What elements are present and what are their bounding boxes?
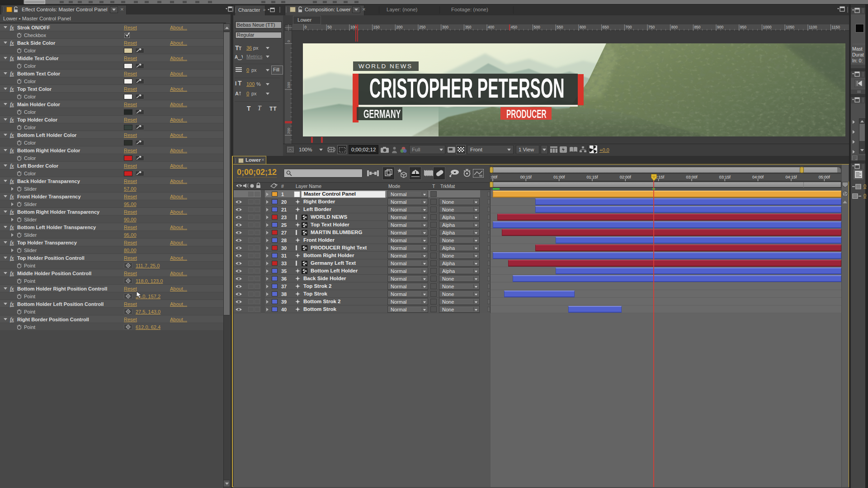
- svg-text:150: 150: [373, 25, 380, 29]
- svg-text:A‿V: A‿V: [235, 55, 243, 60]
- svg-text:1000: 1000: [763, 25, 772, 29]
- svg-text:0:00f: 0:00f: [491, 175, 498, 179]
- svg-text:500: 500: [534, 25, 540, 29]
- svg-text:350: 350: [465, 25, 471, 29]
- svg-text:0: 0: [287, 40, 291, 42]
- svg-text:100: 100: [287, 82, 291, 88]
- svg-text:1100: 1100: [809, 25, 817, 29]
- svg-text:750: 750: [648, 25, 655, 29]
- svg-text:800: 800: [671, 25, 678, 29]
- svg-text:400: 400: [488, 25, 494, 29]
- svg-text:550: 550: [557, 25, 563, 29]
- svg-text:850: 850: [694, 25, 700, 29]
- svg-text:04:15f: 04:15f: [785, 175, 797, 179]
- svg-text:1150: 1150: [832, 25, 840, 29]
- svg-text:700: 700: [625, 25, 632, 29]
- svg-text:50: 50: [327, 25, 332, 29]
- svg-text:650: 650: [603, 25, 609, 29]
- svg-text:02:00f: 02:00f: [620, 175, 632, 179]
- svg-text:05:00f: 05:00f: [819, 175, 830, 179]
- svg-text:200: 200: [287, 127, 291, 134]
- svg-text:00:15f: 00:15f: [520, 175, 532, 179]
- svg-text:01:00f: 01:00f: [553, 175, 565, 179]
- svg-text:03:15f: 03:15f: [719, 175, 731, 179]
- svg-text:250: 250: [419, 25, 425, 29]
- svg-text:01:15f: 01:15f: [586, 175, 598, 179]
- svg-text:450: 450: [511, 25, 517, 29]
- svg-text:900: 900: [717, 25, 723, 29]
- svg-text:A: A: [235, 91, 239, 96]
- svg-text:0: 0: [305, 25, 307, 29]
- svg-text:600: 600: [580, 25, 586, 29]
- svg-text:04:00f: 04:00f: [752, 175, 764, 179]
- svg-text:300: 300: [442, 25, 448, 29]
- svg-text:03:00f: 03:00f: [686, 175, 698, 179]
- svg-text:1050: 1050: [786, 25, 794, 29]
- svg-text:950: 950: [740, 25, 746, 29]
- svg-text:200: 200: [396, 25, 402, 29]
